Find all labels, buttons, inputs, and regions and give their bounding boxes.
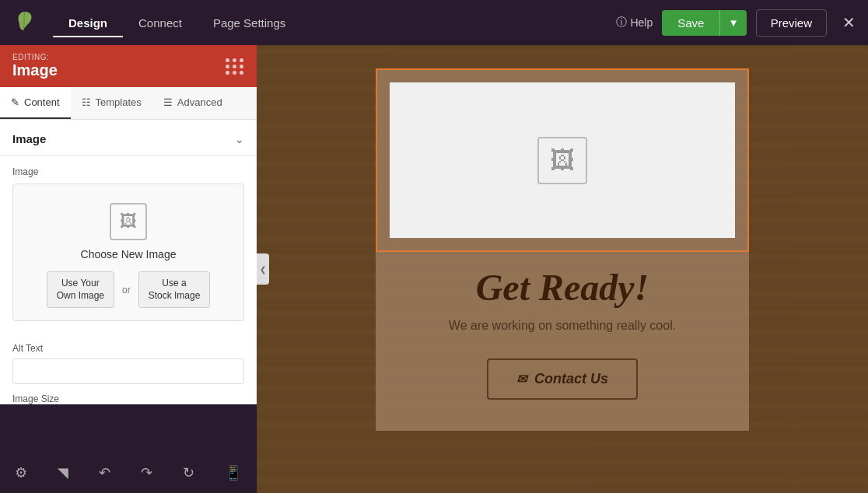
nav-tab-design[interactable]: Design bbox=[53, 10, 123, 36]
chevron-down-icon[interactable]: ⌄ bbox=[235, 133, 244, 145]
editing-label: EDITING: bbox=[12, 53, 58, 61]
nav-tabs: Design Connect Page Settings bbox=[53, 10, 301, 36]
choose-new-image-label: Choose New Image bbox=[81, 248, 177, 260]
preview-button[interactable]: Preview bbox=[756, 9, 827, 37]
nav-tab-connect[interactable]: Connect bbox=[123, 10, 198, 36]
redo-icon[interactable]: ↷ bbox=[135, 458, 159, 488]
sub-tab-content[interactable]: ✎ Content bbox=[0, 87, 71, 119]
nav-right-actions: ⓘ Help Save ▼ Preview ✕ bbox=[616, 9, 856, 37]
use-your-own-button[interactable]: Use YourOwn Image bbox=[47, 271, 114, 308]
advanced-tab-icon: ☰ bbox=[163, 96, 173, 108]
left-panel-wrapper: EDITING: Image ✎ Content ☷ Templates bbox=[0, 45, 257, 493]
nav-tab-page-settings[interactable]: Page Settings bbox=[198, 10, 301, 36]
bottom-toolbar: ⚙ ◥ ↶ ↷ ↻ 📱 bbox=[0, 453, 257, 493]
help-button[interactable]: ⓘ Help bbox=[616, 16, 653, 30]
logo[interactable] bbox=[12, 9, 37, 37]
panel-collapse-handle[interactable]: ❮ bbox=[257, 253, 269, 285]
image-upload-area[interactable]: 🖼 Choose New Image Use YourOwn Image or … bbox=[12, 184, 244, 321]
close-button[interactable]: ✕ bbox=[842, 13, 856, 32]
page-subtext: We are working on something really cool. bbox=[425, 316, 699, 358]
image-element-icon: 🖼 bbox=[537, 137, 587, 184]
image-element-placeholder: 🖼 bbox=[390, 82, 735, 238]
alt-text-label: Alt Text bbox=[0, 332, 257, 358]
contact-button[interactable]: ✉ Contact Us bbox=[487, 358, 638, 400]
mobile-icon[interactable]: 📱 bbox=[219, 458, 248, 488]
editing-title: Image bbox=[12, 61, 58, 79]
editing-header: EDITING: Image bbox=[0, 45, 257, 87]
image-section-header: Image ⌄ bbox=[0, 120, 257, 156]
content-tab-icon: ✎ bbox=[11, 96, 19, 108]
image-field-label: Image bbox=[12, 166, 244, 177]
templates-tab-icon: ☷ bbox=[82, 96, 91, 108]
refresh-icon[interactable]: ↻ bbox=[177, 458, 201, 488]
sub-tab-advanced[interactable]: ☰ Advanced bbox=[152, 87, 233, 119]
page-headline: Get Ready! bbox=[453, 252, 673, 316]
or-label: or bbox=[122, 285, 131, 295]
image-field-group: Image 🖼 Choose New Image Use YourOwn Ima… bbox=[0, 156, 257, 332]
image-buttons: Use YourOwn Image or Use aStock Image bbox=[26, 271, 231, 308]
save-button[interactable]: Save bbox=[662, 10, 719, 36]
save-button-group: Save ▼ bbox=[662, 10, 746, 36]
image-placeholder-icon: 🖼 bbox=[110, 203, 147, 240]
sub-tabs: ✎ Content ☷ Templates ☰ Advanced bbox=[0, 87, 257, 120]
section-title: Image bbox=[12, 132, 46, 145]
page-container: 🖼 Get Ready! We are working on something… bbox=[376, 68, 749, 431]
envelope-icon: ✉ bbox=[516, 372, 527, 386]
undo-icon[interactable]: ↶ bbox=[93, 458, 117, 488]
collapse-arrow-icon: ❮ bbox=[260, 265, 266, 274]
image-size-label: Image Size bbox=[0, 384, 257, 404]
save-dropdown-button[interactable]: ▼ bbox=[719, 10, 746, 36]
top-navigation: Design Connect Page Settings ⓘ Help Save… bbox=[0, 0, 868, 45]
main-layout: EDITING: Image ✎ Content ☷ Templates bbox=[0, 45, 868, 493]
layers-icon[interactable]: ◥ bbox=[51, 458, 75, 488]
panel-content: Image ⌄ Image 🖼 Choose New Image Use You… bbox=[0, 120, 257, 404]
canvas-area: 🖼 Get Ready! We are working on something… bbox=[257, 45, 868, 493]
grid-dots-icon[interactable] bbox=[226, 58, 244, 75]
editing-info: EDITING: Image bbox=[12, 53, 58, 79]
help-circle-icon: ⓘ bbox=[616, 16, 627, 30]
use-stock-image-button[interactable]: Use aStock Image bbox=[138, 271, 211, 308]
alt-text-input[interactable] bbox=[12, 358, 244, 384]
selected-image-element[interactable]: 🖼 bbox=[376, 68, 749, 252]
settings-icon[interactable]: ⚙ bbox=[9, 458, 33, 488]
sub-tab-templates[interactable]: ☷ Templates bbox=[71, 87, 152, 119]
left-panel: EDITING: Image ✎ Content ☷ Templates bbox=[0, 45, 257, 404]
